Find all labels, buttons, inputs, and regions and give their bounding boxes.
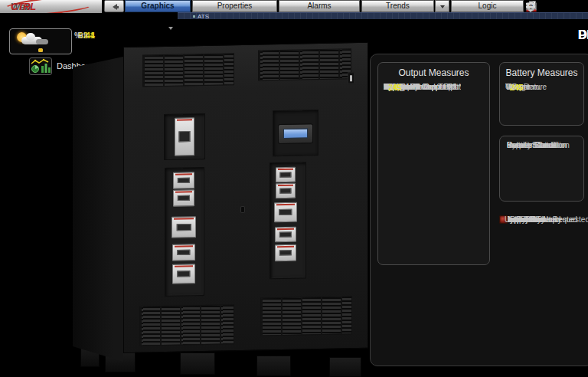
status-item: Rectifier Condition <box>507 141 570 151</box>
humidity-unit: %rh <box>74 30 88 41</box>
webctrl-app-window: WebCTRL Graphics Properties Alarms Trend… <box>0 0 588 377</box>
circuit-breaker <box>275 244 296 262</box>
title-device: PDU DH1-1-1 <box>578 28 588 42</box>
trends-dropdown-button[interactable] <box>435 0 449 12</box>
battery-measures-panel: Battery Measures Voltage 245 V Current 2… <box>499 62 584 126</box>
breadcrumb[interactable]: ATS <box>178 12 588 19</box>
weather-widget[interactable] <box>9 28 72 54</box>
circuit-breaker <box>276 183 296 198</box>
pdu-cabinet-image <box>73 44 373 377</box>
tab-alarms[interactable]: Alarms <box>279 0 360 12</box>
nav-collapse-icon[interactable] <box>168 27 173 32</box>
battery-measures-title: Battery Measures <box>500 67 583 78</box>
manufacturer-badge <box>348 72 354 84</box>
back-arrow-icon <box>109 4 119 10</box>
cabinet-front <box>123 42 368 353</box>
back-button[interactable] <box>104 0 124 12</box>
tab-logic[interactable]: Logic <box>451 0 524 12</box>
vent-grille <box>139 304 234 346</box>
circuit-breaker <box>275 227 296 243</box>
circuit-breaker <box>173 172 194 189</box>
circuit-breaker <box>172 216 196 238</box>
toolbar-icons: ? <box>526 1 587 12</box>
webctrl-logo: WebCTRL <box>0 0 102 14</box>
tab-properties[interactable]: Properties <box>192 0 277 12</box>
tab-graphics[interactable]: Graphics <box>125 0 191 12</box>
vent-grille <box>258 48 351 80</box>
circuit-breaker <box>173 189 194 207</box>
vent-grille <box>142 53 234 87</box>
alarm-label: UPS off as requested <box>505 215 577 224</box>
status-list-panel: Output Source Battery Status Inverter St… <box>499 136 584 202</box>
output-measures-panel: Output Measures Voltage P1 245 V Voltage… <box>377 62 490 265</box>
tab-trends[interactable]: Trends <box>361 0 434 12</box>
output-measures-title: Output Measures <box>378 67 489 78</box>
circuit-breaker <box>172 264 195 284</box>
menu-list-icon[interactable] <box>526 2 535 11</box>
circuit-breaker <box>172 244 195 261</box>
trends-dropdown-icon <box>440 5 445 11</box>
forecast-strip <box>12 48 69 53</box>
circuit-breaker <box>175 117 194 156</box>
measure-unit: % <box>387 83 404 91</box>
lcd-screen <box>283 128 308 139</box>
door-handle <box>240 206 245 213</box>
circuit-breaker <box>276 167 296 182</box>
nav-pane-header <box>0 13 178 19</box>
vent-grille <box>260 296 352 336</box>
logo-text-ctrl: CTRL <box>11 1 36 12</box>
cabinet-side-panel <box>73 57 123 362</box>
top-bar: WebCTRL Graphics Properties Alarms Trend… <box>0 0 588 13</box>
measure-unit: °C <box>508 83 526 91</box>
circuit-breaker <box>274 202 297 223</box>
chart-icon <box>29 57 52 75</box>
cloud-icon <box>36 39 48 44</box>
